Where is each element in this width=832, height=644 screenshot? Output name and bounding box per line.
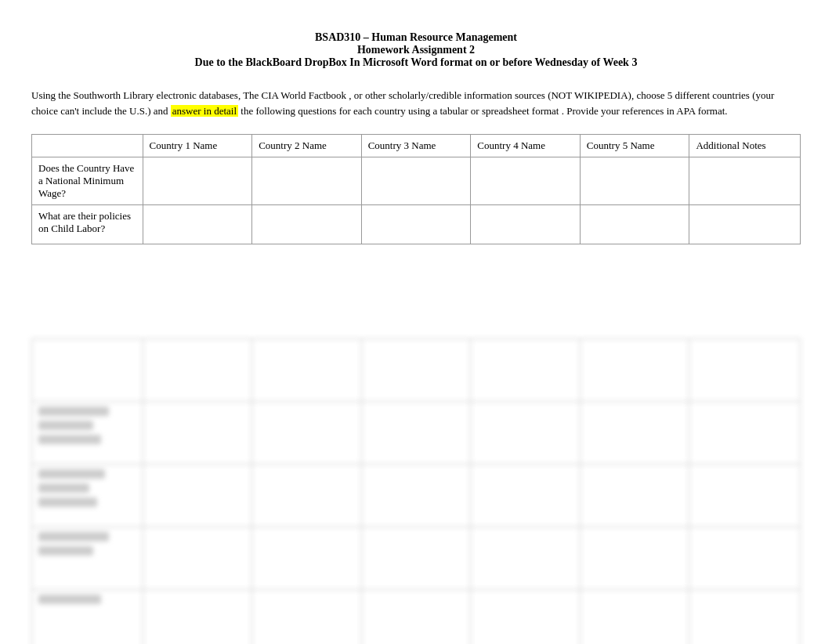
row1-country5 xyxy=(580,157,689,205)
s-row1-c4 xyxy=(471,402,581,465)
header-country4: Country 4 Name xyxy=(471,135,581,157)
s-row4-notes xyxy=(689,590,801,645)
s-row4-c1 xyxy=(143,590,252,645)
header-country3: Country 3 Name xyxy=(361,135,471,157)
s-header-country1 xyxy=(143,339,252,402)
s-row2-c3 xyxy=(361,465,471,527)
table-row-1: Does the Country Have a National Minimum… xyxy=(32,157,801,205)
header-country5: Country 5 Name xyxy=(580,135,689,157)
s-row2-c2 xyxy=(252,465,362,527)
s-row3-question xyxy=(32,527,143,590)
row1-country2 xyxy=(252,157,362,205)
s-row4-c3 xyxy=(361,590,471,645)
s-row1-question xyxy=(32,402,143,465)
s-row3-c5 xyxy=(580,527,689,590)
row1-notes xyxy=(689,157,801,205)
second-page xyxy=(31,338,801,644)
s-header-country3 xyxy=(361,339,471,402)
s-row1-c3 xyxy=(361,402,471,465)
s-row1-c1 xyxy=(143,402,252,465)
s-row2-notes xyxy=(689,465,801,527)
table-row-2: What are their policies on Child Labor? xyxy=(32,205,801,244)
s-row3-c1 xyxy=(143,527,252,590)
s-row4-c5 xyxy=(580,590,689,645)
header-country1: Country 1 Name xyxy=(143,135,252,157)
s-row2-question xyxy=(32,465,143,527)
second-table-row-4 xyxy=(32,590,801,645)
s-row3-notes xyxy=(689,527,801,590)
s-row4-c4 xyxy=(471,590,581,645)
row1-question: Does the Country Have a National Minimum… xyxy=(32,157,143,205)
header-title: BSAD310 – Human Resource Management xyxy=(31,31,801,44)
header-due: Due to the BlackBoard DropBox In Microso… xyxy=(31,56,801,69)
s-row2-c5 xyxy=(580,465,689,527)
second-table-row-1 xyxy=(32,402,801,465)
second-header-row xyxy=(32,339,801,402)
row2-country4 xyxy=(471,205,581,244)
row2-question: What are their policies on Child Labor? xyxy=(32,205,143,244)
row1-country4 xyxy=(471,157,581,205)
header-notes: Additional Notes xyxy=(689,135,801,157)
header-country2: Country 2 Name xyxy=(252,135,362,157)
table-header-row: Country 1 Name Country 2 Name Country 3 … xyxy=(32,135,801,157)
row2-country3 xyxy=(361,205,471,244)
header: BSAD310 – Human Resource Management Home… xyxy=(31,31,801,69)
s-row4-question xyxy=(32,590,143,645)
s-row2-c4 xyxy=(471,465,581,527)
s-header-country5 xyxy=(580,339,689,402)
main-table: Country 1 Name Country 2 Name Country 3 … xyxy=(31,134,801,244)
instructions: Using the Southworth Library electronic … xyxy=(31,88,801,118)
second-table-row-3 xyxy=(32,527,801,590)
s-header-country2 xyxy=(252,339,362,402)
instructions-highlight: answer in detail xyxy=(171,105,238,117)
page-container: BSAD310 – Human Resource Management Home… xyxy=(0,0,832,644)
s-row2-c1 xyxy=(143,465,252,527)
second-table xyxy=(31,338,801,644)
main-table-container: Country 1 Name Country 2 Name Country 3 … xyxy=(31,134,801,244)
s-header-notes xyxy=(689,339,801,402)
s-row3-c4 xyxy=(471,527,581,590)
header-question-col xyxy=(32,135,143,157)
s-row4-c2 xyxy=(252,590,362,645)
row2-country1 xyxy=(143,205,252,244)
s-row3-c2 xyxy=(252,527,362,590)
s-row3-c3 xyxy=(361,527,471,590)
s-row1-c5 xyxy=(580,402,689,465)
row2-country5 xyxy=(580,205,689,244)
instructions-after: the following questions for each country… xyxy=(238,105,727,117)
row2-country2 xyxy=(252,205,362,244)
header-subtitle: Homework Assignment 2 xyxy=(31,44,801,56)
row2-notes xyxy=(689,205,801,244)
s-header-question xyxy=(32,339,143,402)
s-row1-c2 xyxy=(252,402,362,465)
s-row1-notes xyxy=(689,402,801,465)
second-table-row-2 xyxy=(32,465,801,527)
row1-country3 xyxy=(361,157,471,205)
row1-country1 xyxy=(143,157,252,205)
s-header-country4 xyxy=(471,339,581,402)
